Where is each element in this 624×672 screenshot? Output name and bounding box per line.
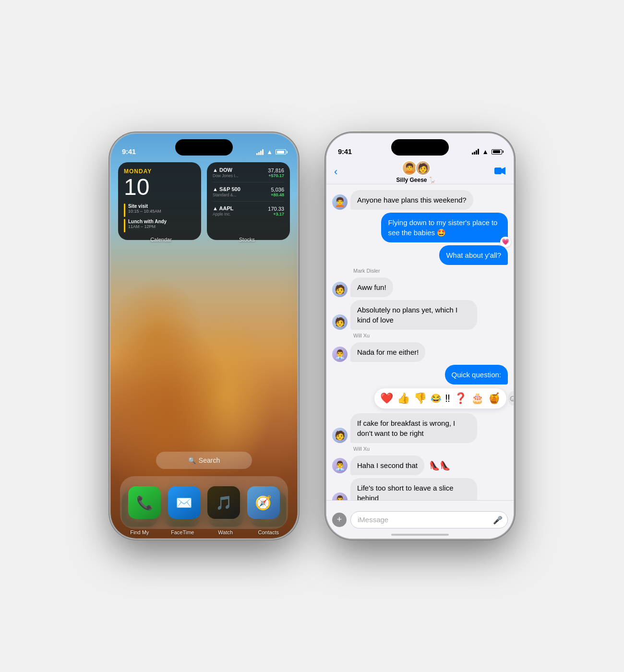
search-icon: 🔍 [188,457,196,464]
stocks-widget[interactable]: ▲ DOW Dow Jones I... 37,816 +570.17 ▲ S&… [207,162,290,240]
message-10: 👨‍💼 Life's too short to leave a slice be… [332,478,508,500]
messages-nav: ‹ 🧑‍🦱 🧑 Silly Geese 🪿 [326,159,514,184]
find-my-label: Find My [130,529,149,535]
calendar-event-1: Site visit 10:15 – 10:45AM [124,204,195,217]
sender-label-will: Will Xu [353,333,508,338]
tapback-cake[interactable]: 🎂 [471,392,484,405]
home-indicator [391,534,449,536]
bubble-8[interactable]: If cake for breakfast is wrong, I don't … [350,413,477,443]
stocks-widget-label: Stocks [204,237,290,242]
signal-icon-msg [472,149,479,155]
avatar-will-1: 👨‍💼 [332,347,348,362]
calendar-event-2: Lunch with Andy 11AM – 12PM [124,219,195,232]
page-container: 9:41 ▲ MONDAY 10 [0,105,624,567]
stock-row-dow: ▲ DOW Dow Jones I... 37,816 +570.17 [213,167,284,182]
bubble-9[interactable]: Haha I second that [350,456,424,475]
music-dock-app[interactable]: 🎵 [207,486,240,519]
avatar-2: 🧑 [415,160,431,176]
calendar-date: 10 [124,176,195,199]
bubble-6[interactable]: Nada for me either! [350,342,425,362]
back-chevron: ‹ [334,166,337,178]
wifi-icon-msg: ▲ [482,148,489,156]
wifi-icon: ▲ [266,148,273,156]
dynamic-island-home [175,139,233,156]
bubble-1[interactable]: Anyone have plans this weekend? [350,190,473,210]
message-5: 🧑 Absolutely no plans yet, which I kind … [332,300,508,330]
tapback-heart[interactable]: ❤️ [380,392,393,405]
avatar-sender-1: 🧑‍🦱 [332,194,348,210]
message-2: Flying down to my sister's place to see … [332,213,508,242]
nav-center[interactable]: 🧑‍🦱 🧑 Silly Geese 🪿 [396,160,435,183]
avatar-mark-2: 🧑 [332,314,348,330]
dock: 📞 ✉️ 🎵 🧭 [120,476,288,529]
tapback-question[interactable]: ❓ [454,392,467,405]
signal-icon [256,149,264,155]
battery-icon [276,149,286,155]
stock-row-sp500: ▲ S&P 500 Standard &... 5,036 +80.48 [213,186,284,202]
facetime-label: FaceTime [171,529,194,535]
bubble-10[interactable]: Life's too short to leave a slice behind [350,478,477,500]
input-placeholder: iMessage [358,516,388,524]
widget-labels: Calendar Stocks [118,237,290,242]
tapback-bar[interactable]: ❤️ 👍 👎 😂 ‼️ ❓ 🎂 🍯 [374,388,506,408]
avatar-mark-1: 🧑 [332,282,348,297]
messages-input-bar: + iMessage 🎤 [326,500,514,539]
message-4: 🧑 Aww fun! [332,277,508,297]
message-9: 👨‍💼 Haha I second that 👠👠 [332,456,508,475]
message-input-field[interactable]: iMessage 🎤 [350,511,508,528]
bubble-7[interactable]: Quick question: [445,365,508,384]
group-name: Silly Geese 🪿 [396,177,435,183]
message-3: What about y'all? [332,245,508,265]
tapback-add-button[interactable]: ☺ [508,391,514,406]
safari-dock-app[interactable]: 🧭 [247,486,280,519]
avatar-will-3: 👨‍💼 [332,492,348,500]
mail-dock-app[interactable]: ✉️ [168,486,201,519]
phone-messages: 9:41 ▲ ‹ 🧑‍🦱 [326,133,514,539]
status-icons-home: ▲ [256,148,286,156]
add-attachment-button[interactable]: + [332,513,347,527]
tapback-haha[interactable]: 😂 [431,393,441,404]
battery-icon-msg [492,149,502,155]
svg-rect-12 [494,168,502,174]
dynamic-island-messages [391,139,449,156]
status-time-messages: 9:41 [338,147,352,156]
phone-dock-app[interactable]: 📞 [128,486,161,519]
avatar-mark-3: 🧑 [332,428,348,443]
phone-home: 9:41 ▲ MONDAY 10 [110,133,298,539]
calendar-widget-label: Calendar [118,237,204,242]
search-bar[interactable]: 🔍 Search [156,452,252,469]
stock-row-aapl: ▲ AAPL Apple Inc. 170.33 +3.17 [213,205,284,216]
contacts-label: Contacts [258,529,279,535]
back-button[interactable]: ‹ [334,166,337,178]
calendar-widget[interactable]: MONDAY 10 Site visit 10:15 – 10:45AM Lun… [118,162,201,240]
watch-label: Watch [218,529,233,535]
tapback-container: ❤️ 👍 👎 😂 ‼️ ❓ 🎂 🍯 ☺ [353,388,508,408]
svg-marker-13 [502,167,505,175]
search-text: Search [199,456,220,464]
messages-body: 🧑‍🦱 Anyone have plans this weekend? Flyi… [326,184,514,500]
tapback-thumbsup[interactable]: 👍 [397,392,410,405]
bubble-3[interactable]: What about y'all? [439,245,508,265]
calendar-day: MONDAY [124,168,195,175]
group-avatars: 🧑‍🦱 🧑 [402,160,431,176]
sender-label-mark: Mark Disler [353,268,508,274]
microphone-icon[interactable]: 🎤 [493,515,503,524]
sender-label-will-2: Will Xu [353,446,508,452]
tapback-exclaim[interactable]: ‼️ [445,392,450,405]
tapback-thumbsdown[interactable]: 👎 [414,392,427,405]
avatar-1: 🧑‍🦱 [402,160,417,176]
message-6: 👨‍💼 Nada for me either! [332,342,508,362]
side-emoji-reaction: 👠👠 [429,460,450,471]
status-icons-messages: ▲ [472,148,502,156]
bubble-2[interactable]: Flying down to my sister's place to see … [381,213,508,242]
avatar-will-2: 👨‍💼 [332,458,348,473]
bubble-4[interactable]: Aww fun! [350,277,393,297]
status-time-home: 9:41 [122,147,136,156]
message-8: 🧑 If cake for breakfast is wrong, I don'… [332,413,508,443]
video-call-button[interactable] [494,166,506,178]
bubble-5[interactable]: Absolutely no plans yet, which I kind of… [350,300,477,330]
message-1: 🧑‍🦱 Anyone have plans this weekend? [332,190,508,210]
message-7: Quick question: [332,365,508,384]
tapback-honey[interactable]: 🍯 [488,392,501,405]
widgets-row: MONDAY 10 Site visit 10:15 – 10:45AM Lun… [118,162,290,240]
